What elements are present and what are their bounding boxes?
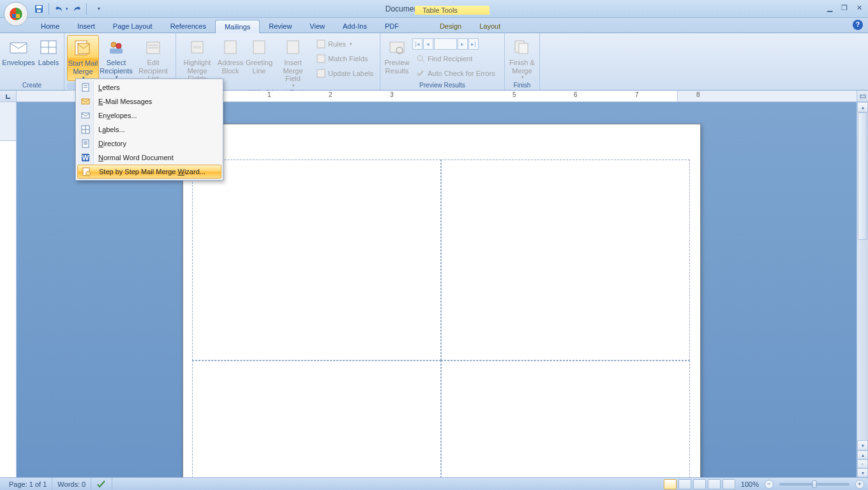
wizard-icon — [81, 167, 91, 177]
close-button[interactable]: ✕ — [853, 3, 865, 13]
preview-icon — [389, 40, 405, 55]
merge-field-icon — [286, 40, 300, 55]
match-fields-button: Match Fields — [313, 52, 377, 66]
menu-item-normal-doc[interactable]: W Normal Word Document — [77, 151, 221, 165]
undo-button[interactable]: ▾ — [54, 2, 68, 16]
svg-rect-26 — [317, 55, 325, 63]
directory-icon — [80, 138, 91, 149]
menu-item-letters[interactable]: Letters — [77, 80, 221, 94]
tab-insert[interactable]: Insert — [68, 20, 104, 33]
match-icon — [317, 54, 326, 63]
quick-access-toolbar: ▾ ▾ — [32, 2, 106, 16]
browse-object-button[interactable]: ◦ — [857, 459, 868, 468]
record-number-field — [434, 38, 457, 50]
svg-rect-2 — [16, 10, 20, 14]
table-cell[interactable] — [441, 360, 690, 477]
save-button[interactable] — [32, 2, 46, 16]
scroll-track[interactable] — [857, 112, 868, 440]
menu-label: Letters — [94, 84, 120, 91]
scroll-thumb[interactable] — [858, 112, 867, 240]
svg-rect-3 — [12, 14, 16, 18]
status-words[interactable]: Words: 0 — [52, 478, 91, 490]
envelopes-button[interactable]: Envelopes — [3, 35, 34, 67]
status-page[interactable]: Page: 1 of 1 — [4, 478, 52, 490]
prev-page-button[interactable]: ▴ — [857, 450, 868, 459]
last-record-button: ▸| — [468, 38, 479, 50]
minimize-button[interactable]: ▁ — [823, 3, 836, 13]
auto-check-button: Auto Check for Errors — [412, 66, 502, 80]
start-mail-merge-dropdown: Letters E-Mail Messages Envelopes... Lab… — [75, 78, 223, 181]
office-button[interactable] — [4, 2, 28, 26]
tab-references[interactable]: References — [161, 20, 215, 33]
zoom-slider-thumb[interactable] — [812, 480, 817, 488]
labels-icon — [80, 124, 91, 135]
tab-layout[interactable]: Layout — [470, 20, 509, 33]
table-cell[interactable] — [192, 160, 441, 360]
table-cell[interactable] — [441, 160, 690, 360]
tab-design[interactable]: Design — [431, 20, 470, 33]
table-cell[interactable] — [192, 360, 441, 477]
menu-item-email[interactable]: E-Mail Messages — [77, 94, 221, 108]
status-proofing[interactable] — [91, 478, 112, 490]
svg-rect-27 — [317, 70, 325, 77]
restore-button[interactable]: ❐ — [838, 3, 851, 13]
next-page-button[interactable]: ▾ — [857, 468, 868, 477]
menu-item-wizard[interactable]: Step by Step Mail Merge Wizard... — [77, 165, 221, 179]
ruler-toggle[interactable] — [857, 91, 868, 101]
zoom-in-button[interactable]: + — [855, 480, 864, 489]
menu-label: E-Mail Messages — [94, 98, 152, 105]
menu-label: Step by Step Mail Merge Wizard... — [94, 168, 206, 175]
labels-button[interactable]: Labels — [36, 35, 61, 67]
scroll-down-button[interactable]: ▾ — [857, 440, 868, 450]
zoom-level[interactable]: 100% — [741, 480, 759, 488]
tab-home[interactable]: Home — [32, 20, 68, 33]
view-draft[interactable] — [722, 479, 735, 489]
rules-icon — [317, 40, 326, 48]
tab-pdf[interactable]: PDF — [376, 20, 408, 33]
zoom-slider[interactable] — [779, 483, 849, 486]
tab-review[interactable]: Review — [260, 20, 301, 33]
first-record-button: |◂ — [412, 38, 423, 50]
envelope-icon — [10, 40, 27, 54]
svg-rect-7 — [37, 10, 41, 12]
view-full-screen[interactable] — [678, 479, 691, 489]
tab-view[interactable]: View — [301, 20, 334, 33]
svg-rect-34 — [860, 95, 865, 98]
svg-rect-8 — [10, 43, 27, 53]
start-mail-merge-button[interactable]: Start Mail Merge▾ — [67, 35, 99, 81]
vertical-ruler[interactable] — [0, 102, 17, 477]
view-web-layout[interactable] — [693, 479, 706, 489]
select-recipients-button[interactable]: Select Recipients▾ — [100, 35, 132, 80]
tab-mailings[interactable]: Mailings — [215, 20, 260, 33]
menu-item-envelopes[interactable]: Envelopes... — [77, 108, 221, 122]
svg-point-50 — [86, 172, 90, 176]
menu-item-directory[interactable]: Directory — [77, 137, 221, 151]
qat-customize[interactable]: ▾ — [92, 2, 106, 16]
ruler-corner[interactable] — [0, 91, 17, 101]
view-outline[interactable] — [708, 479, 721, 489]
group-preview: Preview Results |◂ ◂ ▸ ▸| Find Recipient… — [380, 33, 505, 90]
scroll-up-button[interactable]: ▴ — [857, 102, 868, 112]
view-print-layout[interactable] — [664, 479, 677, 489]
svg-rect-38 — [82, 99, 89, 104]
svg-rect-16 — [110, 48, 123, 54]
svg-rect-6 — [36, 6, 41, 8]
update-labels-button: Update Labels — [313, 66, 377, 80]
svg-rect-22 — [225, 41, 236, 54]
tab-page-layout[interactable]: Page Layout — [104, 20, 161, 33]
svg-rect-21 — [193, 46, 201, 48]
zoom-out-button[interactable]: − — [765, 480, 774, 489]
edit-list-icon — [144, 40, 162, 55]
menu-item-labels[interactable]: Labels... — [77, 122, 221, 137]
svg-rect-4 — [16, 14, 20, 18]
tab-add-ins[interactable]: Add-Ins — [334, 20, 376, 33]
menu-label: Envelopes... — [94, 112, 137, 119]
redo-button[interactable] — [70, 2, 84, 16]
vertical-scrollbar[interactable]: ▴ ▾ ▴ ◦ ▾ — [857, 102, 868, 477]
group-create: Envelopes Labels Create — [0, 33, 64, 90]
help-button[interactable]: ? — [853, 20, 863, 30]
check-icon — [416, 69, 425, 78]
record-nav: |◂ ◂ ▸ ▸| — [412, 38, 502, 50]
insert-merge-field-button: Insert Merge Field▾ — [274, 35, 311, 88]
menu-label: Labels... — [94, 126, 125, 133]
